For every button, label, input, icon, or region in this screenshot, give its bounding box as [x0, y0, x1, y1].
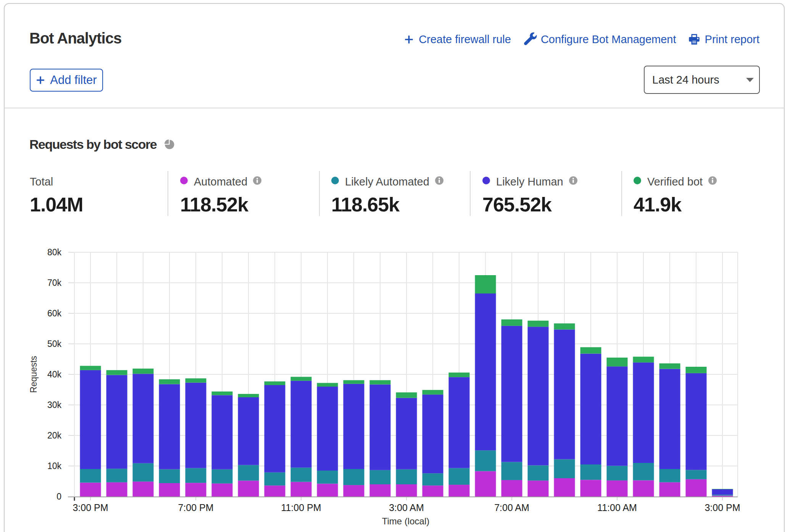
svg-text:11:00 AM: 11:00 AM [597, 502, 637, 513]
svg-text:Requests: Requests [29, 356, 39, 393]
svg-text:30k: 30k [47, 400, 62, 410]
svg-text:20k: 20k [47, 430, 62, 440]
svg-text:7:00 PM: 7:00 PM [178, 502, 213, 513]
svg-text:Time (local): Time (local) [382, 516, 429, 526]
svg-text:3:00 PM: 3:00 PM [705, 502, 740, 513]
svg-text:11:00 PM: 11:00 PM [281, 502, 321, 513]
svg-text:40k: 40k [47, 369, 62, 379]
svg-text:7:00 AM: 7:00 AM [494, 502, 529, 513]
svg-text:0: 0 [56, 492, 61, 501]
svg-text:50k: 50k [47, 339, 62, 349]
svg-text:3:00 AM: 3:00 AM [389, 502, 424, 513]
svg-text:10k: 10k [47, 461, 62, 471]
svg-text:60k: 60k [47, 308, 62, 318]
svg-text:3:00 PM: 3:00 PM [73, 502, 108, 513]
svg-text:70k: 70k [47, 278, 62, 288]
svg-text:80k: 80k [47, 247, 62, 257]
